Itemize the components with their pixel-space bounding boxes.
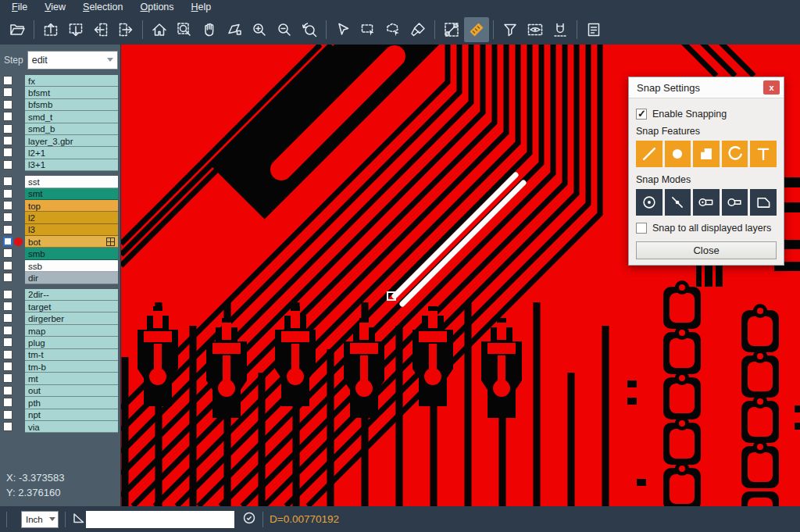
menu-item-file[interactable]: File	[3, 0, 36, 15]
snap-mode-center-button[interactable]	[636, 189, 662, 216]
layer-label[interactable]: npt	[25, 409, 118, 421]
snap-toggle-button[interactable]	[548, 17, 573, 42]
snap-feature-text-button[interactable]	[750, 141, 777, 167]
layer-label[interactable]: pth	[25, 397, 118, 409]
layer-label[interactable]: layer_3.gbr	[25, 135, 118, 147]
layer-label[interactable]: l3+1	[25, 159, 118, 171]
select-rectangle-button[interactable]	[355, 17, 380, 42]
layer-visibility-checkbox[interactable]	[3, 100, 12, 109]
layer-label[interactable]: bfsmt	[25, 87, 118, 98]
enable-snapping-checkbox[interactable]	[636, 109, 647, 120]
all-layers-checkbox[interactable]	[636, 223, 647, 234]
layer-visibility-checkbox[interactable]	[3, 248, 12, 258]
layer-visibility-checkbox[interactable]	[3, 237, 12, 246]
menu-item-selection[interactable]: Selection	[74, 0, 131, 15]
menu-item-help[interactable]: Help	[183, 0, 220, 15]
layer-label[interactable]: smb	[25, 248, 118, 259]
layer-visibility-checkbox[interactable]	[3, 225, 12, 234]
layer-visibility-checkbox[interactable]	[3, 337, 12, 347]
layer-visibility-checkbox[interactable]	[3, 76, 12, 85]
angle-measure-icon[interactable]	[72, 511, 86, 528]
snap-feature-pad-button[interactable]	[665, 141, 691, 167]
close-icon[interactable]: x	[763, 80, 780, 95]
home-view-button[interactable]	[147, 17, 172, 42]
layer-visibility-checkbox[interactable]	[3, 313, 12, 323]
import-down-button[interactable]	[63, 17, 88, 42]
import-left-button[interactable]	[88, 17, 113, 42]
layer-label[interactable]: sst	[25, 176, 118, 187]
snap-feature-line-button[interactable]	[636, 141, 662, 167]
zoom-window-button[interactable]	[172, 17, 197, 42]
grid-icon[interactable]	[106, 237, 115, 246]
layer-label[interactable]: ssb	[25, 260, 118, 272]
layer-label[interactable]: dir	[25, 272, 118, 284]
layer-label[interactable]: map	[25, 325, 118, 337]
layer-label[interactable]: smd_t	[25, 111, 118, 123]
layer-label[interactable]: target	[25, 301, 118, 312]
layer-label[interactable]: dirgerber	[25, 312, 118, 324]
zoom-polygon-button[interactable]	[222, 17, 247, 42]
layer-label[interactable]: tm-t	[25, 349, 118, 361]
layer-label[interactable]: bot	[25, 236, 118, 248]
layer-visibility-checkbox[interactable]	[3, 124, 12, 134]
layer-visibility-checkbox[interactable]	[3, 373, 12, 383]
menu-item-view[interactable]: View	[36, 0, 74, 15]
layer-visibility-checkbox[interactable]	[3, 261, 12, 270]
layer-visibility-checkbox[interactable]	[3, 212, 12, 222]
layer-visibility-checkbox[interactable]	[3, 326, 12, 335]
snap-mode-end-button[interactable]	[693, 189, 720, 216]
layer-visibility-checkbox[interactable]	[3, 201, 12, 210]
unit-select[interactable]: Inch	[21, 511, 59, 528]
open-file-button[interactable]	[5, 17, 30, 42]
layer-label[interactable]: smt	[25, 188, 118, 200]
layer-label[interactable]: l2	[25, 212, 118, 223]
ruler-button[interactable]	[464, 17, 489, 42]
layer-visibility-checkbox[interactable]	[3, 160, 12, 170]
layer-label[interactable]: l3	[25, 224, 118, 236]
select-polygon-button[interactable]	[380, 17, 405, 42]
layer-label[interactable]: via	[25, 421, 118, 433]
import-up-button[interactable]	[38, 17, 63, 42]
step-select[interactable]: edit	[27, 51, 118, 70]
layer-visibility-checkbox[interactable]	[3, 189, 12, 198]
layer-visibility-checkbox[interactable]	[3, 422, 12, 431]
layer-visibility-checkbox[interactable]	[3, 112, 12, 121]
zoom-previous-button[interactable]	[297, 17, 322, 42]
layer-label[interactable]: smd_b	[25, 123, 118, 135]
command-input[interactable]	[86, 511, 234, 528]
layer-visibility-checkbox[interactable]	[3, 290, 12, 299]
zoom-in-button[interactable]	[247, 17, 272, 42]
layer-label[interactable]: 2dir--	[25, 289, 118, 301]
layer-label[interactable]: bfsmb	[25, 99, 118, 111]
layer-visibility-checkbox[interactable]	[3, 136, 12, 145]
snap-feature-surface-button[interactable]	[693, 141, 720, 167]
layer-label[interactable]: top	[25, 200, 118, 212]
layer-label[interactable]: l2+1	[25, 147, 118, 159]
snap-feature-arc-button[interactable]	[722, 141, 748, 167]
layer-label[interactable]: tm-b	[25, 361, 118, 373]
layer-visibility-checkbox[interactable]	[3, 362, 12, 371]
layer-visibility-checkbox[interactable]	[3, 87, 12, 97]
layer-visibility-checkbox[interactable]	[3, 148, 12, 157]
layer-visibility-checkbox[interactable]	[3, 410, 12, 420]
snap-mode-corner-button[interactable]	[750, 189, 777, 216]
layer-visibility-checkbox[interactable]	[3, 398, 12, 407]
layer-label[interactable]: out	[25, 385, 118, 397]
snap-mode-entire-feature-button[interactable]	[722, 189, 748, 216]
menu-item-options[interactable]: Options	[131, 0, 182, 15]
layer-visibility-checkbox[interactable]	[3, 386, 12, 395]
layer-visibility-checkbox[interactable]	[3, 350, 12, 359]
layer-visibility-checkbox[interactable]	[3, 177, 12, 186]
filter-button[interactable]	[498, 17, 523, 42]
view-options-button[interactable]	[523, 17, 548, 42]
layer-label[interactable]: plug	[25, 337, 118, 348]
import-right-button[interactable]	[113, 17, 138, 42]
close-button[interactable]: Close	[636, 241, 777, 259]
report-button[interactable]	[581, 17, 606, 42]
zoom-out-button[interactable]	[272, 17, 297, 42]
layer-visibility-checkbox[interactable]	[3, 273, 12, 282]
layer-label[interactable]: mt	[25, 373, 118, 384]
paint-select-button[interactable]	[405, 17, 430, 42]
layer-label[interactable]: fx	[25, 75, 118, 87]
layer-visibility-checkbox[interactable]	[3, 302, 12, 311]
